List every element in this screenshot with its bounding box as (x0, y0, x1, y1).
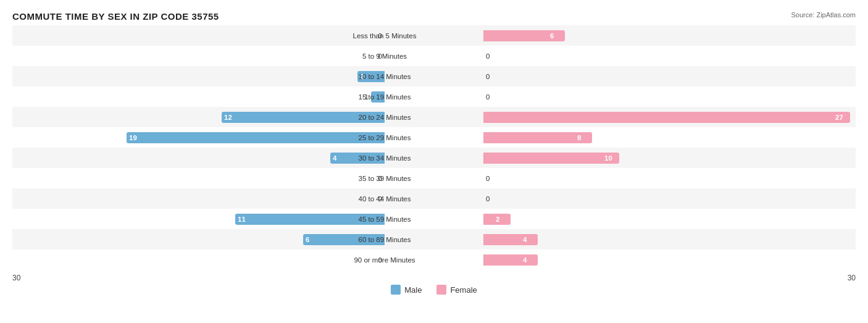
chart-row: 90 or more Minutes04 (12, 250, 856, 270)
female-value: 10 (604, 154, 612, 162)
female-bar (483, 254, 538, 266)
chart-container: COMMUTE TIME BY SEX IN ZIP CODE 35755 So… (0, 0, 868, 323)
chart-row: 5 to 9 Minutes00 (12, 46, 856, 66)
axis-labels: 30 30 (12, 270, 856, 282)
female-value: 0 (486, 175, 490, 182)
female-value: 4 (523, 236, 527, 243)
row-label: 35 to 39 Minutes (335, 175, 434, 182)
male-swatch (391, 285, 401, 295)
axis-left: 30 (12, 274, 20, 282)
source-label: Source: ZipAtlas.com (791, 11, 856, 19)
chart-row: 20 to 24 Minutes1227 (12, 107, 856, 127)
female-bar (483, 153, 619, 164)
chart-row: 10 to 14 Minutes20 (12, 66, 856, 86)
chart-row: 35 to 39 Minutes00 (12, 168, 856, 188)
female-label: Female (450, 285, 477, 295)
female-value: 2 (496, 216, 499, 223)
female-value: 4 (523, 256, 527, 264)
legend-male: Male (391, 285, 422, 295)
chart-row: 45 to 59 Minutes112 (12, 209, 856, 229)
female-value: 6 (550, 32, 554, 40)
row-label: 25 to 29 Minutes (335, 134, 434, 141)
chart-row: 30 to 34 Minutes410 (12, 148, 856, 168)
female-value: 0 (486, 52, 490, 60)
row-label: 40 to 44 Minutes (335, 195, 434, 203)
female-value: 0 (486, 73, 490, 80)
female-value: 27 (835, 114, 843, 121)
row-label: 15 to 19 Minutes (335, 93, 434, 101)
female-swatch (436, 285, 446, 295)
row-label: 20 to 24 Minutes (335, 114, 434, 121)
row-label: 90 or more Minutes (335, 256, 434, 264)
row-label: 10 to 14 Minutes (335, 73, 434, 80)
chart-title: COMMUTE TIME BY SEX IN ZIP CODE 35755 (12, 11, 856, 22)
row-label: 60 to 89 Minutes (335, 236, 434, 243)
chart-row: 25 to 29 Minutes198 (12, 127, 856, 148)
chart-row: 15 to 19 Minutes10 (12, 86, 856, 107)
male-label: Male (404, 285, 422, 295)
female-value: 8 (577, 134, 581, 141)
row-label: 30 to 34 Minutes (335, 154, 434, 162)
row-label: 5 to 9 Minutes (335, 52, 434, 60)
female-value: 0 (486, 195, 490, 203)
legend-female: Female (436, 285, 477, 295)
row-label: 45 to 59 Minutes (335, 216, 434, 223)
chart-row: 60 to 89 Minutes64 (12, 229, 856, 250)
female-bar (483, 234, 538, 245)
row-label: Less than 5 Minutes (335, 32, 434, 40)
chart-row: Less than 5 Minutes06 (12, 25, 856, 46)
female-value: 0 (486, 93, 490, 101)
legend: Male Female (12, 285, 856, 295)
chart-row: 40 to 44 Minutes00 (12, 188, 856, 209)
axis-right: 30 (848, 274, 856, 282)
female-bar (483, 112, 850, 123)
female-bar (483, 132, 592, 143)
butterfly-chart: Less than 5 Minutes065 to 9 Minutes0010 … (12, 25, 856, 270)
